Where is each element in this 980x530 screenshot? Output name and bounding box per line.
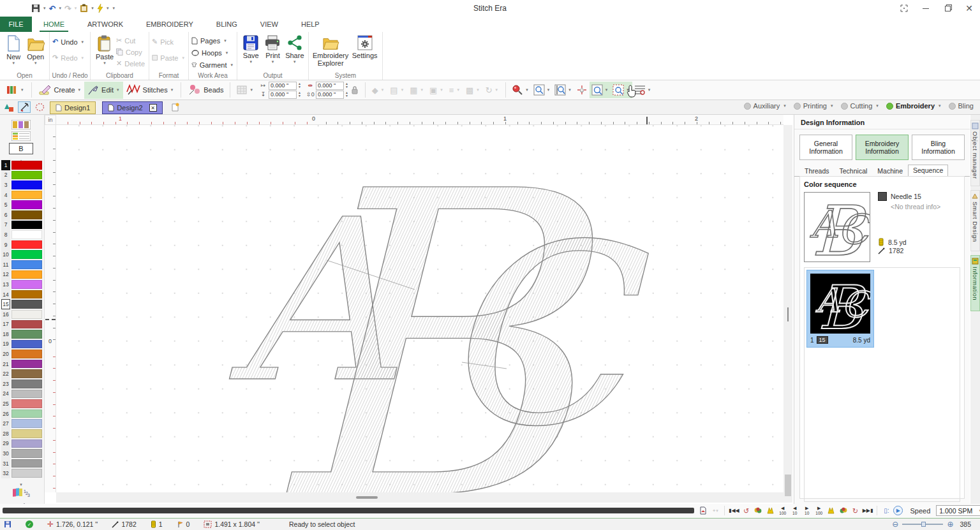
- zoom-slider-thumb[interactable]: [921, 522, 926, 527]
- save-button[interactable]: Save▾: [240, 33, 262, 64]
- palette-row-10[interactable]: 10: [1, 249, 42, 260]
- palette-color-swatch[interactable]: [11, 180, 42, 189]
- zoom-height-button[interactable]: ▾: [553, 82, 574, 98]
- zoom-tool-button[interactable]: ▾: [510, 82, 531, 98]
- tab-file[interactable]: FILE: [0, 17, 32, 32]
- palette-color-swatch[interactable]: [11, 429, 42, 438]
- tab-embroidery[interactable]: EMBROIDERY: [135, 17, 205, 32]
- print-button[interactable]: Print▾: [262, 33, 283, 64]
- palette-row-6[interactable]: 6: [1, 210, 42, 220]
- maximize-button[interactable]: [937, 0, 958, 17]
- palette-color-swatch[interactable]: [11, 360, 42, 369]
- fit-screen-button[interactable]: [893, 0, 915, 17]
- palette-row-1[interactable]: 1: [1, 160, 42, 170]
- x-position-input[interactable]: [269, 82, 297, 90]
- embroidery-explorer-button[interactable]: Embroidery Explorer: [311, 33, 350, 67]
- sim-next-color-button[interactable]: ↻: [850, 505, 861, 516]
- thread-spool-123-icon[interactable]: 123: [9, 487, 33, 499]
- palette-number[interactable]: 6: [1, 210, 10, 220]
- y-position-input[interactable]: [269, 91, 297, 99]
- mode-printing[interactable]: Printing▾: [794, 102, 835, 110]
- palette-row-28[interactable]: 28: [1, 429, 42, 439]
- share-button[interactable]: Share▾: [284, 33, 306, 64]
- palette-number[interactable]: 16: [1, 309, 10, 320]
- tab-design2[interactable]: Design2 ✕: [102, 101, 162, 114]
- palette-color-swatch[interactable]: [11, 161, 42, 170]
- height-input[interactable]: [316, 91, 344, 99]
- lasso-select-icon[interactable]: [33, 101, 46, 113]
- palette-books-button[interactable]: ▾: [4, 82, 27, 99]
- palette-number[interactable]: 20: [1, 349, 10, 359]
- qat-lightning-icon[interactable]: [96, 3, 104, 14]
- palette-number[interactable]: 3: [1, 180, 10, 190]
- palette-row-16[interactable]: 16: [1, 309, 42, 320]
- mode-embroidery[interactable]: Embroidery▾: [886, 102, 942, 110]
- qat-clipboard-dropdown[interactable]: ▾: [90, 6, 95, 11]
- palette-row-30[interactable]: 30: [1, 448, 42, 459]
- palette-row-12[interactable]: 12: [1, 270, 42, 280]
- create-button[interactable]: Create▾: [36, 82, 85, 99]
- reference-grid-button[interactable]: ▾: [234, 82, 256, 99]
- palette-row-32[interactable]: 32: [1, 468, 42, 478]
- zoom-in-icon[interactable]: ⊕: [947, 520, 953, 529]
- palette-color-swatch[interactable]: [11, 260, 42, 269]
- tab-home[interactable]: HOME: [32, 17, 76, 32]
- sim-forward-10-button[interactable]: ▶10: [802, 505, 812, 516]
- palette-number[interactable]: 30: [1, 448, 10, 459]
- garment-button[interactable]: Garment▾: [191, 60, 234, 70]
- artwork-objects-icon[interactable]: [3, 101, 15, 113]
- zoom-selection-button[interactable]: ▾: [590, 82, 611, 98]
- palette-number[interactable]: 4: [1, 190, 10, 200]
- tab-bling[interactable]: BLING: [205, 17, 249, 32]
- palette-color-swatch[interactable]: [11, 300, 42, 309]
- view-options-button[interactable]: ▾: [632, 82, 654, 98]
- palette-number[interactable]: 17: [1, 320, 10, 330]
- palette-row-13[interactable]: 13: [1, 279, 42, 290]
- y-stepper[interactable]: ▲▼: [298, 91, 301, 98]
- palette-number[interactable]: 15: [1, 299, 10, 309]
- palette-row-7[interactable]: 7: [1, 220, 42, 230]
- bling-information-button[interactable]: Bling Information: [912, 135, 965, 160]
- palette-row-17[interactable]: 17: [1, 320, 42, 330]
- palette-row-9[interactable]: 9: [1, 240, 42, 250]
- palette-number[interactable]: 10: [1, 249, 10, 260]
- stitch-progress-bar[interactable]: [3, 508, 694, 513]
- x-stepper[interactable]: ▲▼: [298, 82, 301, 89]
- open-button[interactable]: Open▾: [25, 33, 47, 66]
- palette-columns-icon[interactable]: [9, 120, 33, 129]
- vertical-scrollbar[interactable]: [783, 125, 792, 503]
- palette-color-swatch[interactable]: [11, 310, 42, 319]
- mode-cutting[interactable]: Cutting▾: [841, 102, 880, 110]
- qat-clipboard-icon[interactable]: [79, 3, 89, 14]
- palette-row-11[interactable]: 11: [1, 260, 42, 270]
- palette-number[interactable]: 27: [1, 418, 10, 429]
- sim-play-button[interactable]: ▶: [893, 506, 903, 515]
- tab-technical[interactable]: Technical: [835, 165, 873, 176]
- width-input[interactable]: [316, 82, 344, 90]
- close-design2-icon[interactable]: ✕: [149, 104, 157, 112]
- palette-color-swatch[interactable]: [11, 240, 42, 249]
- design-canvas[interactable]: A B C: [56, 125, 783, 492]
- palette-row-25[interactable]: 25: [1, 399, 42, 409]
- palette-color-swatch[interactable]: [11, 330, 42, 339]
- palette-color-swatch[interactable]: [11, 340, 42, 349]
- palette-number[interactable]: 13: [1, 279, 10, 290]
- palette-number[interactable]: 29: [1, 439, 10, 449]
- palette-number[interactable]: 19: [1, 339, 10, 350]
- background-color-button[interactable]: B: [9, 143, 33, 154]
- palette-number[interactable]: 11: [1, 260, 10, 270]
- palette-color-swatch[interactable]: [11, 270, 42, 279]
- tab-machine[interactable]: Machine: [872, 165, 908, 176]
- palette-number[interactable]: 24: [1, 389, 10, 399]
- horizontal-scrollbar[interactable]: [56, 492, 783, 503]
- beads-button[interactable]: Beads: [185, 82, 226, 99]
- palette-number[interactable]: 25: [1, 399, 10, 409]
- palette-number[interactable]: 32: [1, 468, 10, 478]
- palette-row-2[interactable]: 2: [1, 170, 42, 180]
- qat-save-dropdown[interactable]: ▾: [42, 6, 47, 11]
- palette-color-swatch[interactable]: [11, 280, 42, 289]
- palette-color-swatch[interactable]: [11, 200, 42, 209]
- palette-color-swatch[interactable]: [11, 350, 42, 358]
- palette-number[interactable]: 21: [1, 359, 10, 369]
- palette-number[interactable]: 8: [1, 230, 10, 240]
